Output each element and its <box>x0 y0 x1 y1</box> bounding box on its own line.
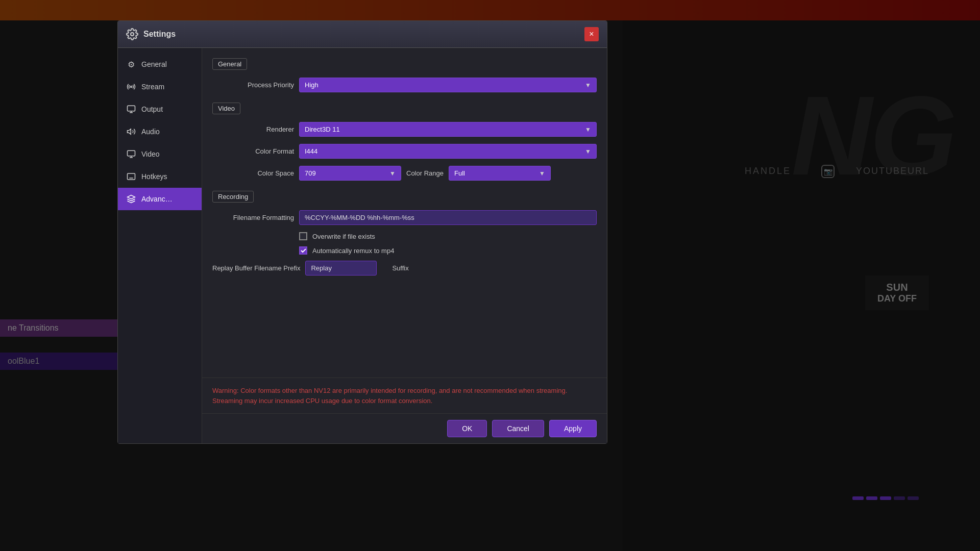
sidebar-advanced-label: Advanc… <box>141 195 173 203</box>
general-icon: ⚙ <box>126 59 136 69</box>
remux-checkbox[interactable] <box>299 246 307 255</box>
warning-section: Warning: Color formats other than NV12 a… <box>202 378 607 413</box>
process-priority-label: Process Priority <box>212 81 294 89</box>
overwrite-checkbox[interactable] <box>299 232 307 240</box>
sidebar-output-label: Output <box>141 105 163 113</box>
sidebar-stream-label: Stream <box>141 83 164 91</box>
suffix-label: Suffix <box>392 264 408 272</box>
replay-prefix-label: Replay Buffer Filename Prefix <box>212 264 300 272</box>
svg-point-0 <box>131 33 134 36</box>
hotkeys-icon <box>126 171 136 182</box>
recording-section: Recording Filename Formatting Overwrite … <box>212 191 597 276</box>
color-format-chevron-icon: ▼ <box>585 148 591 155</box>
output-icon <box>126 104 136 114</box>
replay-row: Replay Buffer Filename Prefix Suffix <box>212 261 597 276</box>
overwrite-label: Overwrite if file exists <box>312 233 375 240</box>
warning-text: Warning: Color formats other than NV12 a… <box>212 386 597 406</box>
dialog-titlebar: Settings × <box>118 21 607 48</box>
close-button[interactable]: × <box>584 27 599 41</box>
sidebar-general-label: General <box>141 60 167 68</box>
filename-label: Filename Formatting <box>212 214 294 221</box>
dialog-title: Settings <box>143 30 176 39</box>
gear-icon <box>126 28 138 40</box>
cancel-button[interactable]: Cancel <box>492 420 544 437</box>
sidebar-audio-label: Audio <box>141 128 160 136</box>
video-icon <box>126 149 136 159</box>
color-format-dropdown[interactable]: I444 ▼ <box>299 144 597 159</box>
recording-section-header: Recording <box>212 191 254 203</box>
audio-icon <box>126 127 136 137</box>
dialog-body: ⚙ General Stream <box>118 48 607 443</box>
renderer-value: Direct3D 11 <box>305 126 340 133</box>
advanced-icon <box>126 194 136 204</box>
general-section-header: General <box>212 58 247 70</box>
sidebar-item-stream[interactable]: Stream <box>118 76 202 98</box>
settings-content: General Process Priority High ▼ Video Re… <box>202 48 607 378</box>
color-range-label: Color Range <box>406 169 444 177</box>
renderer-dropdown[interactable]: Direct3D 11 ▼ <box>299 122 597 137</box>
overwrite-row: Overwrite if file exists <box>299 232 597 240</box>
color-format-value: I444 <box>305 147 317 155</box>
color-format-row: Color Format I444 ▼ <box>212 144 597 159</box>
color-space-dropdown[interactable]: 709 ▼ <box>299 166 401 181</box>
color-space-row: Color Space 709 ▼ Color Range Full ▼ <box>212 166 597 181</box>
sidebar-item-hotkeys[interactable]: Hotkeys <box>118 165 202 188</box>
settings-sidebar: ⚙ General Stream <box>118 48 202 443</box>
color-range-dropdown[interactable]: Full ▼ <box>449 166 551 181</box>
stream-icon <box>126 82 136 92</box>
process-priority-dropdown[interactable]: High ▼ <box>299 78 597 92</box>
dialog-buttons: OK Cancel Apply <box>202 413 607 443</box>
process-priority-row: Process Priority High ▼ <box>212 78 597 92</box>
color-space-label: Color Space <box>212 169 294 177</box>
dialog-title-left: Settings <box>126 28 176 40</box>
filename-row: Filename Formatting <box>212 210 597 225</box>
filename-input[interactable] <box>299 210 597 225</box>
color-space-chevron-icon: ▼ <box>389 170 396 177</box>
renderer-label: Renderer <box>212 126 294 133</box>
apply-button[interactable]: Apply <box>549 420 597 437</box>
process-priority-value: High <box>305 81 318 89</box>
renderer-row: Renderer Direct3D 11 ▼ <box>212 122 597 137</box>
color-space-value: 709 <box>305 169 316 177</box>
remux-row: Automatically remux to mp4 <box>299 246 597 255</box>
video-section: Video Renderer Direct3D 11 ▼ Color Forma… <box>212 103 597 181</box>
svg-point-1 <box>131 86 132 88</box>
sidebar-item-video[interactable]: Video <box>118 143 202 165</box>
renderer-chevron-icon: ▼ <box>585 126 591 133</box>
sidebar-item-general[interactable]: ⚙ General <box>118 53 202 76</box>
sidebar-item-output[interactable]: Output <box>118 98 202 120</box>
color-format-label: Color Format <box>212 147 294 155</box>
sidebar-hotkeys-label: Hotkeys <box>141 172 167 181</box>
sidebar-video-label: Video <box>141 150 160 158</box>
replay-prefix-input[interactable] <box>305 261 377 276</box>
settings-dialog: Settings × ⚙ General Stream <box>117 20 607 444</box>
color-range-chevron-icon: ▼ <box>539 170 545 177</box>
ok-button[interactable]: OK <box>447 420 487 437</box>
svg-rect-2 <box>128 106 135 111</box>
general-section: General Process Priority High ▼ <box>212 58 597 92</box>
video-section-header: Video <box>212 103 240 114</box>
sidebar-item-audio[interactable]: Audio <box>118 120 202 143</box>
sidebar-item-advanced[interactable]: Advanc… <box>118 188 202 210</box>
svg-rect-6 <box>128 151 135 156</box>
color-range-value: Full <box>454 169 465 177</box>
svg-marker-5 <box>128 129 131 135</box>
remux-label: Automatically remux to mp4 <box>312 247 394 255</box>
chevron-down-icon: ▼ <box>585 82 591 89</box>
